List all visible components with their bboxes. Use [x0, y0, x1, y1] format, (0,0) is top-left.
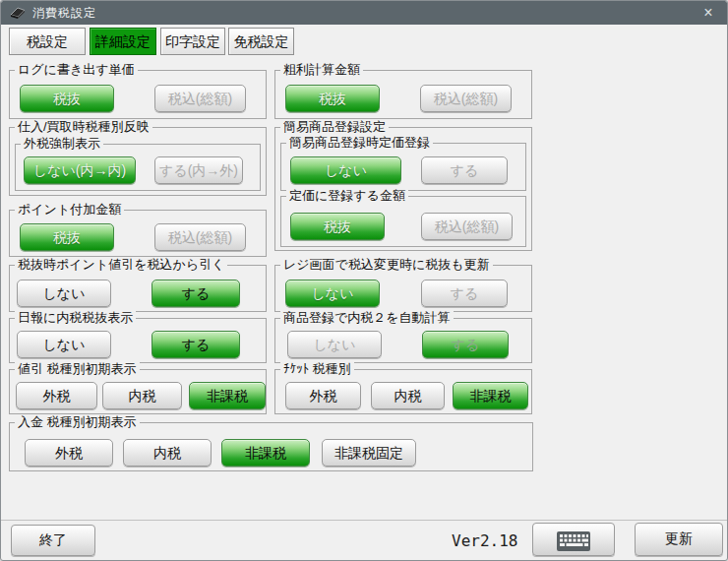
group-auto-calc-internal-tax2: 商品登録で内税２を自動計算 しない する — [274, 318, 532, 363]
close-icon[interactable]: × — [698, 5, 719, 21]
keyboard-button[interactable] — [532, 523, 615, 556]
keyboard-icon — [556, 530, 591, 553]
consumption-tax-settings-dialog: 消費税設定 × 税設定 詳細設定 印字設定 免税設定 ログに書き出す単価 税抜 … — [0, 0, 728, 561]
group-label: 簡易商品登録時定価登録 — [286, 135, 433, 150]
group-label: ﾁｹｯﾄ 税種別 — [280, 361, 354, 376]
group-label: ポイント付加金額 — [15, 202, 124, 217]
deposit-internal-tax-button[interactable]: 内税 — [123, 439, 212, 467]
group-forced-external-tax: 外税強制表示 しない(内→内) する(内→外) — [15, 144, 261, 191]
group-label: 商品登録で内税２を自動計算 — [280, 310, 454, 325]
group-register-update-excluded: レジ画面で税込変更時に税抜も更新 しない する — [274, 265, 532, 312]
group-list-price-amount: 定価に登録する金額 税抜 税込(総額) — [280, 196, 526, 247]
ticket-tax-free-button[interactable]: 非課税 — [453, 382, 528, 409]
group-ticket-tax-type: ﾁｹｯﾄ 税種別 外税 内税 非課税 — [274, 369, 532, 414]
point-add-tax-excluded-button[interactable]: 税抜 — [20, 223, 114, 251]
log-unit-tax-included-button[interactable]: 税込(総額) — [154, 85, 246, 112]
discount-internal-tax-button[interactable]: 内税 — [102, 382, 182, 409]
point-add-tax-included-button[interactable]: 税込(総額) — [154, 223, 246, 251]
gross-profit-tax-included-button[interactable]: 税込(総額) — [420, 85, 512, 112]
group-label: 値引 税種別初期表示 — [15, 361, 140, 376]
tab-tax-settings[interactable]: 税設定 — [9, 28, 86, 55]
version-label: Ver2.18 — [452, 531, 517, 550]
window-title: 消費税設定 — [32, 5, 96, 22]
group-point-discount-from-included: 税抜時ポイント値引を税込から引く しない する — [9, 265, 267, 312]
group-label: ログに書き出す単価 — [15, 62, 138, 77]
group-simple-product-registration: 簡易商品登録設定 簡易商品登録時定価登録 しない する 定価に登録する金額 税抜… — [274, 127, 532, 251]
register-update-no-button[interactable]: しない — [285, 280, 380, 307]
deposit-tax-free-button[interactable]: 非課税 — [221, 439, 310, 467]
gross-profit-tax-excluded-button[interactable]: 税抜 — [285, 85, 380, 112]
group-deposit-tax-type: 入金 税種別初期表示 外税 内税 非課税 非課税固定 — [9, 422, 533, 471]
group-label: 簡易商品登録設定 — [280, 119, 389, 134]
exit-button[interactable]: 終了 — [11, 525, 95, 556]
discount-external-tax-button[interactable]: 外税 — [16, 382, 97, 409]
simple-reg-yes-button[interactable]: する — [421, 156, 508, 184]
group-label: 税抜時ポイント値引を税込から引く — [15, 257, 227, 272]
auto-calc-yes-button[interactable]: する — [422, 331, 509, 358]
daily-report-no-button[interactable]: しない — [17, 331, 111, 358]
group-label: 日報に内税税抜表示 — [15, 310, 136, 325]
update-button[interactable]: 更新 — [635, 523, 723, 556]
auto-calc-no-button[interactable]: しない — [287, 331, 382, 358]
group-daily-report-display: 日報に内税税抜表示 しない する — [9, 318, 267, 363]
group-label: 入金 税種別初期表示 — [15, 414, 140, 429]
list-price-tax-included-button[interactable]: 税込(総額) — [421, 213, 513, 240]
log-unit-tax-excluded-button[interactable]: 税抜 — [20, 85, 114, 112]
tab-exempt-settings[interactable]: 免税設定 — [228, 28, 294, 55]
forced-external-no-button[interactable]: しない(内→内) — [24, 156, 136, 184]
group-point-addition-amount: ポイント付加金額 税抜 税込(総額) — [9, 210, 267, 257]
simple-reg-no-button[interactable]: しない — [290, 156, 401, 184]
point-discount-yes-button[interactable]: する — [152, 280, 240, 307]
register-update-yes-button[interactable]: する — [421, 280, 508, 307]
group-purchase-tax-reflect: 仕入/買取時税種別反映 外税強制表示 しない(内→内) する(内→外) — [9, 127, 267, 196]
daily-report-yes-button[interactable]: する — [152, 331, 240, 358]
group-label: レジ画面で税込変更時に税抜も更新 — [280, 257, 493, 272]
group-label: 定価に登録する金額 — [286, 188, 408, 203]
footer-divider — [1, 520, 727, 521]
group-label: 仕入/買取時税種別反映 — [15, 119, 152, 134]
ticket-external-tax-button[interactable]: 外税 — [285, 382, 361, 409]
point-discount-no-button[interactable]: しない — [17, 280, 111, 307]
pos-terminal-icon — [9, 5, 27, 21]
discount-tax-free-button[interactable]: 非課税 — [189, 382, 266, 409]
titlebar: 消費税設定 × — [1, 1, 727, 25]
deposit-external-tax-button[interactable]: 外税 — [25, 439, 113, 467]
deposit-tax-free-fixed-button[interactable]: 非課税固定 — [322, 439, 416, 467]
ticket-internal-tax-button[interactable]: 内税 — [371, 382, 445, 409]
group-label: 粗利計算金額 — [280, 62, 363, 77]
group-discount-tax-type: 値引 税種別初期表示 外税 内税 非課税 — [9, 369, 267, 414]
group-label: 外税強制表示 — [21, 136, 103, 151]
group-simple-reg-list-price: 簡易商品登録時定価登録 しない する — [280, 143, 526, 191]
tab-print-settings[interactable]: 印字設定 — [160, 28, 225, 55]
list-price-tax-excluded-button[interactable]: 税抜 — [290, 213, 385, 240]
tab-detail-settings[interactable]: 詳細設定 — [90, 28, 156, 55]
forced-external-yes-button[interactable]: する(内→外) — [154, 156, 243, 184]
group-gross-profit-amount: 粗利計算金額 税抜 税込(総額) — [274, 70, 532, 119]
group-log-unit-price: ログに書き出す単価 税抜 税込(総額) — [9, 70, 267, 119]
